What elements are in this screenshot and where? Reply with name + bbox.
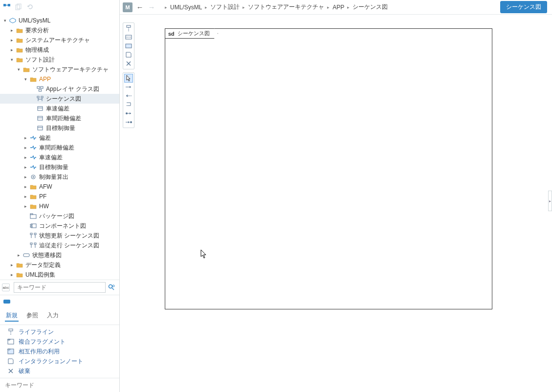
- svg-rect-28: [34, 233, 36, 235]
- tree-item[interactable]: ▸状態遷移図: [0, 250, 119, 260]
- tree-label: ソフトウェアアーキテクチャ: [32, 65, 109, 74]
- folder-icon: [16, 56, 23, 64]
- tree-item[interactable]: 追従走行 シーケンス図: [0, 240, 119, 250]
- chevron-right-icon: ▸: [165, 5, 167, 10]
- abc-icon[interactable]: abc: [2, 283, 10, 291]
- note-tool-icon[interactable]: [124, 50, 133, 59]
- svg-rect-32: [34, 243, 36, 244]
- destroy-tool-icon[interactable]: [124, 59, 133, 68]
- interaction-use-icon: [7, 348, 15, 355]
- tree-item[interactable]: 目標制御量: [0, 123, 119, 133]
- filter-icon[interactable]: [108, 283, 115, 291]
- caret-icon: ▸: [9, 37, 15, 43]
- tree-label: ソフト設計: [25, 56, 55, 64]
- found-message-tool-icon[interactable]: [124, 109, 133, 118]
- tree-item-selected[interactable]: シーケンス図: [0, 94, 119, 104]
- breadcrumb-item[interactable]: APP: [332, 4, 344, 11]
- palette-item-note[interactable]: インタラクションノート: [0, 356, 119, 366]
- palette-item-label: 複合フラグメント: [19, 338, 66, 346]
- tree-item[interactable]: パッケージ図: [0, 211, 119, 221]
- svg-rect-8: [39, 89, 42, 91]
- breadcrumb-item[interactable]: UML/SysML: [170, 4, 202, 11]
- statemachine-icon: [22, 251, 30, 259]
- tree-item[interactable]: ▸PF: [0, 192, 119, 201]
- sidebar-toolbar: [0, 0, 119, 14]
- sequence-diagram-icon: [29, 241, 37, 249]
- tree-item[interactable]: ▾ソフト設計: [0, 55, 119, 65]
- tree-label: 追従走行 シーケンス図: [39, 241, 99, 250]
- tree-item[interactable]: ▸物理構成: [0, 45, 119, 55]
- tree-item[interactable]: ▸目標制御量: [0, 162, 119, 172]
- tree-item[interactable]: 車間距離偏差: [0, 113, 119, 123]
- search-input[interactable]: [14, 282, 106, 293]
- palette-item-destroy[interactable]: 破棄: [0, 366, 119, 376]
- tree-item[interactable]: ▸制御量算出: [0, 172, 119, 182]
- svg-rect-6: [37, 87, 40, 88]
- tree-item[interactable]: ▸要求分析: [0, 25, 119, 35]
- folder-icon: [16, 271, 23, 279]
- tree-item[interactable]: 車速偏差: [0, 104, 119, 113]
- breadcrumb-item[interactable]: ソフトウェアアーキテクチャ: [248, 3, 324, 11]
- diagram-type-pill[interactable]: シーケンス図: [500, 1, 547, 13]
- folder-icon: [16, 261, 23, 269]
- tree-item[interactable]: 状態更新 シーケンス図: [0, 231, 119, 240]
- tree-item[interactable]: ▸UML図例集: [0, 270, 119, 280]
- selection-tool-icon[interactable]: [124, 74, 133, 83]
- overview-icon[interactable]: [3, 3, 11, 11]
- tree-item[interactable]: ▸AFW: [0, 182, 119, 192]
- tree-item[interactable]: ▸車速偏差: [0, 152, 119, 162]
- tree-label: データ型定義: [25, 261, 61, 269]
- svg-rect-22: [30, 215, 36, 218]
- breadcrumb-item[interactable]: シーケンス図: [353, 3, 388, 11]
- tree-item[interactable]: ▸システムアーキテクチャ: [0, 35, 119, 45]
- palette-toggle-icon[interactable]: [3, 298, 11, 305]
- tree-label: PF: [39, 193, 46, 200]
- svg-rect-9: [37, 96, 39, 98]
- tree-item[interactable]: ▾ソフトウェアアーキテクチャ: [0, 65, 119, 74]
- tree-item[interactable]: ▸偏差: [0, 133, 119, 143]
- self-message-tool-icon[interactable]: [124, 100, 133, 109]
- svg-rect-31: [30, 243, 32, 244]
- tree-label: コンポーネント図: [39, 222, 86, 230]
- refresh-icon[interactable]: [26, 3, 34, 11]
- palette-item-interactionuse[interactable]: 相互作用の利用: [0, 347, 119, 356]
- tree-label: 要求分析: [25, 26, 49, 35]
- nav-forward-icon[interactable]: →: [147, 3, 156, 12]
- svg-rect-10: [41, 96, 43, 98]
- tree-item[interactable]: ▾APP: [0, 74, 119, 84]
- nav-back-icon[interactable]: ←: [135, 3, 144, 12]
- palette-item-label: ライフライン: [19, 328, 54, 336]
- palette-item-label: 相互作用の利用: [19, 348, 60, 356]
- palette-item-lifeline[interactable]: ライフライン: [0, 327, 119, 337]
- ref-tool-icon[interactable]: [124, 42, 133, 50]
- svg-rect-18: [38, 126, 43, 130]
- lost-message-tool-icon[interactable]: [124, 118, 133, 127]
- tree-label: 目標制御量: [39, 163, 68, 172]
- tree-label: UML図例集: [25, 271, 55, 279]
- splitter-handle-right[interactable]: ▸: [548, 191, 552, 211]
- caret-icon: ▸: [22, 203, 28, 209]
- palette-search-input[interactable]: [2, 380, 117, 390]
- fragment-tool-icon[interactable]: [124, 33, 133, 42]
- sync-message-tool-icon[interactable]: [124, 83, 133, 91]
- tree-label: 目標制御量: [46, 124, 75, 132]
- tree-root[interactable]: ▾ UML/SysML: [0, 16, 119, 25]
- lifeline-tool-icon[interactable]: [124, 24, 133, 33]
- sequence-diagram-icon: [29, 232, 37, 240]
- tree-item[interactable]: ▸データ型定義: [0, 260, 119, 270]
- tab-ref[interactable]: 参照: [25, 310, 39, 322]
- folder-icon: [29, 202, 37, 210]
- folder-icon: [16, 36, 23, 44]
- tree-item[interactable]: ▸車間距離偏差: [0, 143, 119, 152]
- breadcrumb-item[interactable]: ソフト設計: [210, 3, 240, 11]
- tree-item[interactable]: ▸HW: [0, 201, 119, 211]
- reply-message-tool-icon[interactable]: [124, 91, 133, 100]
- canvas-area[interactable]: sd シーケンス図: [120, 15, 552, 392]
- tab-new[interactable]: 新規: [5, 310, 19, 322]
- palette-item-fragment[interactable]: 複合フラグメント: [0, 337, 119, 347]
- tab-input[interactable]: 入力: [46, 310, 60, 322]
- copy-icon[interactable]: [15, 3, 22, 11]
- tree-item[interactable]: コンポーネント図: [0, 221, 119, 231]
- diagram-frame[interactable]: sd シーケンス図: [165, 28, 492, 309]
- tree-item[interactable]: Appレイヤ クラス図: [0, 84, 119, 94]
